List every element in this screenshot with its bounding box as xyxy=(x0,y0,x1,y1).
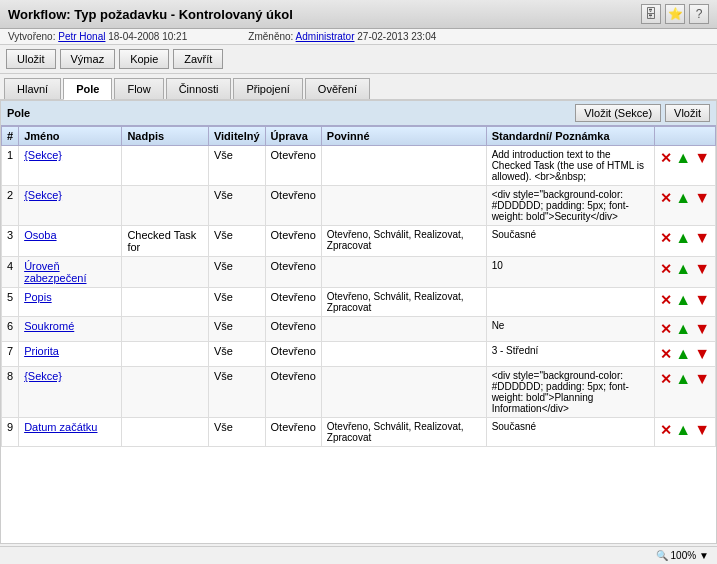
field-name-link[interactable]: Priorita xyxy=(24,345,59,357)
cell-standard: <div style="background-color: #DDDDDD; p… xyxy=(486,186,655,226)
tab-pripojeni[interactable]: Připojení xyxy=(233,78,302,99)
field-name-link[interactable]: {Sekce} xyxy=(24,370,62,382)
delete-button[interactable]: Výmaz xyxy=(60,49,116,69)
move-down-icon[interactable]: ▼ xyxy=(694,421,710,438)
delete-row-icon[interactable]: ✕ xyxy=(660,422,672,438)
move-down-icon[interactable]: ▼ xyxy=(694,149,710,166)
cell-required xyxy=(321,342,486,367)
table-header-row: # Jméno Nadpis Viditelný Úprava Povinné … xyxy=(2,127,716,146)
field-name-link[interactable]: Osoba xyxy=(24,229,56,241)
col-heading: Nadpis xyxy=(122,127,209,146)
move-down-icon[interactable]: ▼ xyxy=(694,260,710,277)
copy-button[interactable]: Kopie xyxy=(119,49,169,69)
tab-cinnosti[interactable]: Činnosti xyxy=(166,78,232,99)
delete-row-icon[interactable]: ✕ xyxy=(660,292,672,308)
cell-standard: 10 xyxy=(486,257,655,288)
created-label: Vytvořeno: xyxy=(8,31,55,42)
zoom-down-icon[interactable]: ▼ xyxy=(699,550,709,561)
cell-num: 5 xyxy=(2,288,19,317)
move-down-icon[interactable]: ▼ xyxy=(694,345,710,362)
close-button[interactable]: Zavřít xyxy=(173,49,223,69)
status-bar: 🔍 100% ▼ xyxy=(0,546,717,564)
cell-heading xyxy=(122,418,209,447)
delete-row-icon[interactable]: ✕ xyxy=(660,321,672,337)
field-name-link[interactable]: Datum začátku xyxy=(24,421,97,433)
zoom-level: 100% xyxy=(671,550,697,561)
cell-actions: ✕ ▲ ▼ xyxy=(655,317,716,342)
cell-standard xyxy=(486,288,655,317)
cell-standard: Add introduction text to the Checked Tas… xyxy=(486,146,655,186)
insert-section-button[interactable]: Vložit (Sekce) xyxy=(575,104,661,122)
cell-num: 9 xyxy=(2,418,19,447)
move-down-icon[interactable]: ▼ xyxy=(694,229,710,246)
field-name-link[interactable]: Soukromé xyxy=(24,320,74,332)
move-up-icon[interactable]: ▲ xyxy=(675,260,691,277)
cell-num: 8 xyxy=(2,367,19,418)
delete-row-icon[interactable]: ✕ xyxy=(660,371,672,387)
cell-name: {Sekce} xyxy=(19,186,122,226)
delete-row-icon[interactable]: ✕ xyxy=(660,346,672,362)
cell-standard: 3 - Střední xyxy=(486,342,655,367)
tab-overeni[interactable]: Ověření xyxy=(305,78,370,99)
move-up-icon[interactable]: ▲ xyxy=(675,189,691,206)
move-up-icon[interactable]: ▲ xyxy=(675,291,691,308)
cell-required xyxy=(321,367,486,418)
cell-num: 7 xyxy=(2,342,19,367)
cell-edit: Otevřeno xyxy=(265,367,321,418)
cell-name: {Sekce} xyxy=(19,367,122,418)
cell-required: Otevřeno, Schválit, Realizovat, Zpracova… xyxy=(321,418,486,447)
col-num: # xyxy=(2,127,19,146)
cell-visible: Vše xyxy=(208,418,265,447)
star-icon[interactable]: ⭐ xyxy=(665,4,685,24)
field-name-link[interactable]: {Sekce} xyxy=(24,149,62,161)
move-up-icon[interactable]: ▲ xyxy=(675,345,691,362)
field-name-link[interactable]: {Sekce} xyxy=(24,189,62,201)
move-down-icon[interactable]: ▼ xyxy=(694,291,710,308)
section-title: Pole xyxy=(7,107,30,119)
field-name-link[interactable]: Popis xyxy=(24,291,52,303)
tab-flow[interactable]: Flow xyxy=(114,78,163,99)
delete-row-icon[interactable]: ✕ xyxy=(660,230,672,246)
tab-hlavni[interactable]: Hlavní xyxy=(4,78,61,99)
move-up-icon[interactable]: ▲ xyxy=(675,149,691,166)
cell-visible: Vše xyxy=(208,186,265,226)
cell-num: 2 xyxy=(2,186,19,226)
help-icon[interactable]: ? xyxy=(689,4,709,24)
tab-pole[interactable]: Pole xyxy=(63,78,112,100)
move-down-icon[interactable]: ▼ xyxy=(694,189,710,206)
move-down-icon[interactable]: ▼ xyxy=(694,370,710,387)
cell-visible: Vše xyxy=(208,317,265,342)
table-row: 4Úroveň zabezpečeníVšeOtevřeno10 ✕ ▲ ▼ xyxy=(2,257,716,288)
save-button[interactable]: Uložit xyxy=(6,49,56,69)
cell-name: Soukromé xyxy=(19,317,122,342)
move-up-icon[interactable]: ▲ xyxy=(675,370,691,387)
delete-row-icon[interactable]: ✕ xyxy=(660,190,672,206)
cell-edit: Otevřeno xyxy=(265,186,321,226)
move-down-icon[interactable]: ▼ xyxy=(694,320,710,337)
cell-visible: Vše xyxy=(208,146,265,186)
cell-actions: ✕ ▲ ▼ xyxy=(655,186,716,226)
cell-actions: ✕ ▲ ▼ xyxy=(655,146,716,186)
insert-button[interactable]: Vložit xyxy=(665,104,710,122)
cell-visible: Vše xyxy=(208,367,265,418)
cell-actions: ✕ ▲ ▼ xyxy=(655,257,716,288)
move-up-icon[interactable]: ▲ xyxy=(675,229,691,246)
col-edit: Úprava xyxy=(265,127,321,146)
changed-user-link[interactable]: Administrator xyxy=(296,31,355,42)
delete-row-icon[interactable]: ✕ xyxy=(660,150,672,166)
cell-actions: ✕ ▲ ▼ xyxy=(655,342,716,367)
field-name-link[interactable]: Úroveň zabezpečení xyxy=(24,260,86,284)
changed-label: Změněno: xyxy=(248,31,293,42)
move-up-icon[interactable]: ▲ xyxy=(675,421,691,438)
changed-date: 27-02-2013 23:04 xyxy=(357,31,436,42)
move-up-icon[interactable]: ▲ xyxy=(675,320,691,337)
zoom-info: 🔍 100% ▼ xyxy=(656,550,709,561)
title-bar: Workflow: Typ požadavku - Kontrolovaný ú… xyxy=(0,0,717,29)
db-icon[interactable]: 🗄 xyxy=(641,4,661,24)
cell-actions: ✕ ▲ ▼ xyxy=(655,418,716,447)
delete-row-icon[interactable]: ✕ xyxy=(660,261,672,277)
cell-heading xyxy=(122,186,209,226)
cell-required xyxy=(321,146,486,186)
cell-visible: Vše xyxy=(208,288,265,317)
created-user-link[interactable]: Petr Honal xyxy=(58,31,105,42)
